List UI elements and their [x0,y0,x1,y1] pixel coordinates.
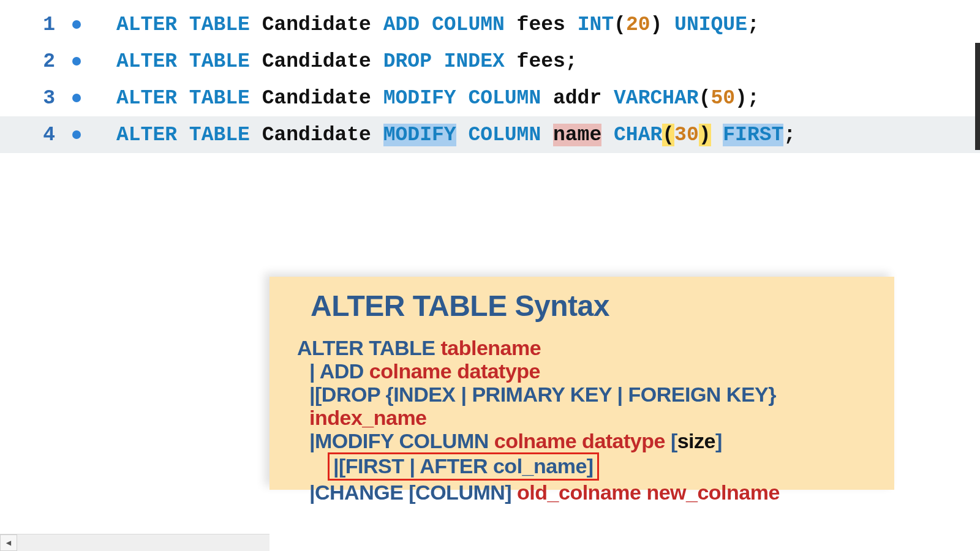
chevron-left-icon: ◀ [6,538,11,548]
tooltip-title: ALTER TABLE Syntax [297,289,867,323]
syntax-line-2: | ADD colname datatype [297,359,867,383]
code-text[interactable]: ALTER TABLE Candidate MODIFY COLUMN addr… [92,87,760,110]
syntax-line-1: ALTER TABLE tablename [297,336,867,359]
syntax-line-6: |CHANGE [COLUMN] old_colname new_colname [297,481,867,504]
code-line[interactable]: 3ALTER TABLE Candidate MODIFY COLUMN add… [0,80,980,116]
syntax-line-4: |MODIFY COLUMN colname datatype [size] [297,429,867,452]
sql-editor: 1ALTER TABLE Candidate ADD COLUMN fees I… [0,0,980,551]
syntax-tooltip: ALTER TABLE Syntax ALTER TABLE tablename… [270,277,894,490]
code-text[interactable]: ALTER TABLE Candidate DROP INDEX fees; [92,50,578,73]
line-number: 1 [0,13,61,36]
scroll-track[interactable] [17,534,270,551]
dot-icon [72,57,81,66]
line-number: 2 [0,50,61,73]
statement-marker [61,94,92,102]
code-line[interactable]: 4ALTER TABLE Candidate MODIFY COLUMN nam… [0,116,980,153]
code-area[interactable]: 1ALTER TABLE Candidate ADD COLUMN fees I… [0,0,980,153]
dot-icon [72,130,81,139]
syntax-line-5: |[FIRST | AFTER col_name] [297,452,867,481]
scroll-left-button[interactable]: ◀ [0,534,17,551]
dot-icon [72,20,81,29]
statement-marker [61,20,92,29]
code-text[interactable]: ALTER TABLE Candidate MODIFY COLUMN name… [92,124,796,146]
statement-marker [61,57,92,66]
syntax-line-3: |[DROP {INDEX | PRIMARY KEY | FOREIGN KE… [297,383,867,429]
code-line[interactable]: 2ALTER TABLE Candidate DROP INDEX fees; [0,43,980,80]
line-number: 4 [0,124,61,146]
right-edge-decoration [975,43,980,150]
code-text[interactable]: ALTER TABLE Candidate ADD COLUMN fees IN… [92,13,760,36]
code-line[interactable]: 1ALTER TABLE Candidate ADD COLUMN fees I… [0,6,980,43]
statement-marker [61,130,92,139]
line-number: 3 [0,87,61,110]
dot-icon [72,94,81,102]
tooltip-body: ALTER TABLE tablename | ADD colname data… [297,336,867,504]
horizontal-scrollbar[interactable]: ◀ [0,534,270,551]
